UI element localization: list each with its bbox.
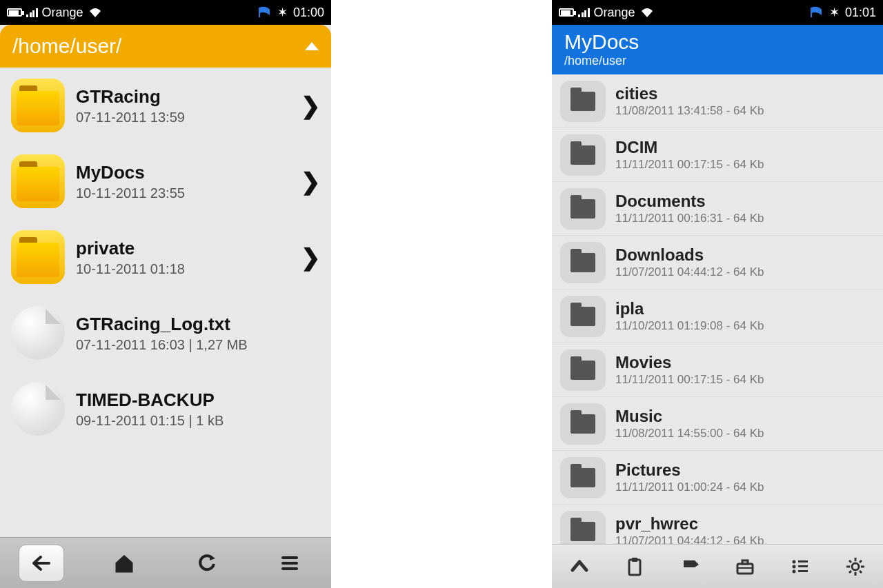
list-item[interactable]: GTRacing07-11-2011 13:59❯: [0, 68, 331, 143]
item-name: Movies: [615, 353, 764, 372]
item-name: DCIM: [615, 138, 764, 157]
folder-icon: [560, 403, 606, 445]
toolbox-button[interactable]: [728, 551, 762, 582]
folder-icon: [560, 242, 606, 283]
list-item[interactable]: cities11/08/2011 13:41:58 - 64 Kb: [552, 74, 883, 128]
bottom-toolbar: [552, 544, 883, 588]
chevron-right-icon: ❯: [301, 243, 320, 271]
list-item[interactable]: Documents11/11/2011 00:16:31 - 64 Kb: [552, 182, 883, 236]
svg-point-10: [793, 569, 796, 573]
item-name: GTRacing: [76, 86, 297, 108]
svg-rect-2: [281, 567, 298, 570]
svg-rect-11: [798, 560, 808, 562]
carrier-label: Orange: [594, 6, 635, 20]
folder-icon: [560, 457, 606, 498]
item-detail: 07-11-2011 16:03 | 1,27 MB: [76, 337, 320, 353]
svg-line-19: [849, 560, 851, 562]
list-item[interactable]: pvr_hwrec11/07/2011 04:44:12 - 64 Kb: [552, 505, 883, 544]
folder-icon: [560, 134, 606, 176]
list-item[interactable]: ipla11/10/2011 01:19:08 - 64 Kb: [552, 290, 883, 343]
item-detail: 11/07/2011 04:44:12 - 64 Kb: [615, 534, 764, 544]
item-detail: 11/10/2011 01:19:08 - 64 Kb: [615, 319, 764, 333]
svg-line-20: [860, 571, 862, 573]
item-name: cities: [615, 84, 764, 103]
folder-icon: [11, 154, 65, 208]
item-detail: 11/11/2011 01:00:24 - 64 Kb: [615, 480, 764, 494]
chevron-right-icon: ❯: [301, 168, 320, 195]
clipboard-button[interactable]: [617, 551, 652, 582]
list-item[interactable]: Pictures11/11/2011 01:00:24 - 64 Kb: [552, 451, 883, 505]
signal-icon: [578, 8, 590, 17]
list-item[interactable]: Downloads11/07/2011 04:44:12 - 64 Kb: [552, 236, 883, 290]
battery-icon: [559, 8, 574, 17]
clock-label: 01:00: [293, 6, 324, 20]
list-item[interactable]: Movies11/11/2011 00:17:15 - 64 Kb: [552, 343, 883, 397]
list-item[interactable]: private10-11-2011 01:18❯: [0, 219, 331, 295]
up-button[interactable]: [562, 551, 597, 582]
folder-path: /home/user: [564, 54, 871, 68]
svg-line-22: [860, 560, 862, 562]
item-detail: 11/07/2011 04:44:12 - 64 Kb: [615, 265, 764, 279]
path-header[interactable]: /home/user/: [0, 25, 331, 68]
home-button[interactable]: [101, 545, 147, 582]
folder-icon: [11, 230, 65, 284]
file-list: GTRacing07-11-2011 13:59❯MyDocs10-11-201…: [0, 68, 331, 537]
bluetooth-icon: ✶: [829, 5, 840, 20]
folder-icon: [560, 349, 606, 391]
flag-icon: [810, 7, 824, 18]
item-detail: 11/11/2011 00:17:15 - 64 Kb: [615, 373, 764, 387]
refresh-button[interactable]: [184, 545, 230, 582]
item-detail: 11/08/2011 13:41:58 - 64 Kb: [615, 104, 764, 118]
svg-rect-1: [281, 562, 298, 565]
item-name: GTRacing_Log.txt: [76, 314, 320, 335]
item-name: MyDocs: [76, 162, 297, 183]
location-header[interactable]: MyDocs /home/user: [552, 25, 883, 74]
svg-rect-0: [281, 556, 298, 559]
list-item[interactable]: TIMED-BACKUP09-11-2011 01:15 | 1 kB: [0, 371, 331, 447]
item-name: Downloads: [615, 245, 764, 265]
gap: [331, 0, 552, 588]
battery-icon: [7, 8, 22, 17]
wifi-icon: [88, 7, 103, 18]
back-button[interactable]: [19, 545, 64, 582]
svg-rect-6: [742, 560, 748, 564]
svg-line-21: [849, 571, 851, 573]
svg-rect-13: [798, 570, 808, 572]
item-name: pvr_hwrec: [615, 514, 764, 534]
item-detail: 11/08/2011 14:55:00 - 64 Kb: [615, 427, 764, 440]
file-icon: [11, 382, 65, 436]
bottom-toolbar: [0, 537, 331, 588]
collapse-up-icon: [305, 42, 319, 50]
folder-icon: [560, 511, 606, 545]
svg-point-8: [793, 560, 796, 563]
folder-icon: [11, 79, 65, 132]
item-detail: 11/11/2011 00:16:31 - 64 Kb: [615, 212, 764, 225]
item-name: private: [76, 238, 297, 259]
item-name: Documents: [615, 192, 764, 211]
screenshot-right: Orange ✶ 01:01 MyDocs /home/user cities1…: [552, 0, 883, 588]
svg-point-14: [852, 563, 859, 570]
list-item[interactable]: GTRacing_Log.txt07-11-2011 16:03 | 1,27 …: [0, 295, 331, 371]
item-detail: 10-11-2011 23:55: [76, 185, 297, 201]
bookmark-button[interactable]: [673, 551, 707, 582]
menu-button[interactable]: [267, 545, 312, 582]
flag-icon: [258, 7, 272, 18]
path-label: /home/user/: [12, 34, 121, 58]
list-item[interactable]: MyDocs10-11-2011 23:55❯: [0, 143, 331, 219]
screenshot-left: Orange ✶ 01:00 /home/user/ GTRacing07-11…: [0, 0, 331, 588]
file-list: cities11/08/2011 13:41:58 - 64 KbDCIM11/…: [552, 74, 883, 544]
settings-button[interactable]: [838, 551, 873, 582]
list-view-button[interactable]: [783, 551, 817, 582]
chevron-right-icon: ❯: [301, 92, 320, 119]
svg-rect-3: [629, 560, 640, 575]
list-item[interactable]: Music11/08/2011 14:55:00 - 64 Kb: [552, 397, 883, 451]
item-detail: 10-11-2011 01:18: [76, 261, 297, 277]
folder-icon: [560, 188, 606, 230]
list-item[interactable]: DCIM11/11/2011 00:17:15 - 64 Kb: [552, 128, 883, 182]
signal-icon: [26, 8, 38, 17]
item-detail: 11/11/2011 00:17:15 - 64 Kb: [615, 158, 764, 172]
file-icon: [11, 306, 65, 360]
folder-title: MyDocs: [564, 30, 871, 54]
folder-icon: [560, 81, 606, 122]
item-name: Pictures: [615, 460, 764, 480]
